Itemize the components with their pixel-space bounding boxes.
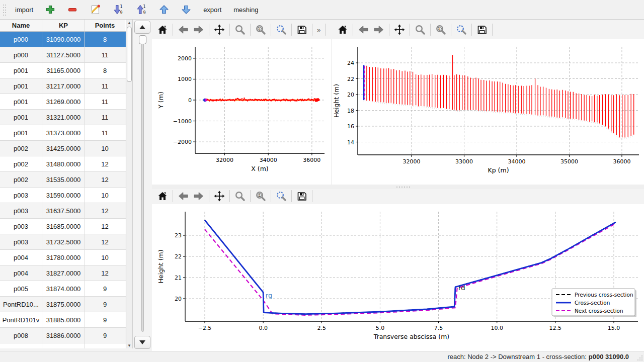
move-down-button[interactable] (177, 2, 196, 17)
meshing-button[interactable]: meshing (229, 2, 263, 17)
longitudinal-profile-plot[interactable]: 3200033000340003500036000141618202224Kp … (332, 39, 644, 185)
cell-name: PontRD101v (0, 312, 42, 327)
toolbar-separator (291, 24, 292, 36)
section-slider-handle[interactable] (139, 35, 146, 44)
table-row[interactable]: p00031090.00008 (0, 32, 126, 47)
mpl-zoom-button[interactable] (232, 22, 248, 37)
cell-points: 11 (85, 110, 125, 125)
column-header-name[interactable]: Name (0, 20, 42, 31)
plan-plot-toolbar: 1» (155, 21, 328, 39)
table-row[interactable]: PontRD101v31885.00009 (0, 312, 126, 328)
forward-icon (193, 24, 204, 35)
svg-text:0: 0 (188, 97, 192, 104)
add-button[interactable] (41, 2, 60, 17)
cell-points: 12 (85, 265, 125, 281)
table-scrollbar[interactable]: ▲ ▼ (126, 20, 133, 348)
svg-text:33000: 33000 (455, 158, 473, 165)
table-row[interactable]: p00231480.000012 (0, 156, 126, 172)
table-row[interactable]: p00231425.000010 (0, 141, 126, 156)
cell-points: 11 (85, 78, 125, 94)
splitter-handle[interactable] (396, 186, 410, 188)
column-header-kp[interactable]: KP (42, 20, 85, 31)
table-row[interactable]: p00231535.000012 (0, 172, 126, 188)
mpl-zoom-region-button[interactable]: 1 (253, 22, 268, 37)
table-row[interactable]: p00131217.000011 (0, 78, 126, 94)
previous-section-button[interactable] (134, 21, 150, 34)
table-row[interactable]: p00831929.000013 (0, 343, 126, 348)
move-up-button[interactable] (154, 2, 174, 17)
remove-button[interactable] (63, 2, 82, 17)
mpl-zoom-fit-button[interactable] (274, 22, 289, 37)
mpl-forward-button[interactable] (371, 22, 386, 37)
table-row[interactable]: p00331685.000012 (0, 219, 126, 234)
horizontal-splitter[interactable] (152, 185, 644, 189)
section-slider-track[interactable] (141, 36, 144, 332)
table-row[interactable]: p00831886.00009 (0, 328, 126, 343)
toolbar-separator (471, 24, 472, 36)
mpl-home-button[interactable] (155, 22, 170, 37)
svg-text:Next cross-section: Next cross-section (575, 308, 623, 314)
toolbar-separator (312, 24, 312, 36)
mpl-pan-button[interactable] (212, 189, 227, 204)
cell-kp: 31535.0000 (42, 172, 85, 187)
toolbar-separator (250, 190, 251, 202)
table-row[interactable]: p00031127.500011 (0, 47, 126, 63)
table-row[interactable]: p00131269.000011 (0, 94, 126, 110)
table-row[interactable]: p00331732.500012 (0, 234, 126, 250)
sort-ascending-button[interactable]: 1 9 (131, 2, 151, 17)
cell-points: 12 (85, 172, 125, 187)
table-row[interactable]: PontRD10...31875.00009 (0, 297, 126, 312)
table-row[interactable]: p00331637.500012 (0, 203, 126, 219)
mpl-forward-button[interactable] (191, 22, 206, 37)
column-header-points[interactable]: Points (85, 20, 125, 31)
mpl-save-button[interactable] (294, 189, 309, 204)
cell-points: 13 (85, 343, 125, 348)
cell-name: p003 (0, 219, 42, 234)
sort-ascending-icon: 1 9 (136, 4, 147, 15)
table-row[interactable]: p00131165.00008 (0, 63, 126, 78)
toolbar-separator (173, 190, 173, 202)
mpl-pan-button[interactable] (392, 22, 407, 37)
mpl-pan-button[interactable] (212, 22, 227, 37)
table-row[interactable]: p00531874.00009 (0, 281, 126, 297)
mpl-forward-button[interactable] (191, 189, 206, 204)
mpl-zoom-region-button[interactable]: 1 (433, 22, 448, 37)
next-section-button[interactable] (134, 336, 150, 349)
import-button[interactable]: import (11, 2, 38, 17)
mpl-zoom-fit-button[interactable] (274, 189, 289, 204)
mpl-save-button[interactable] (294, 22, 309, 37)
table-row[interactable]: p00131321.000011 (0, 110, 126, 125)
table-row[interactable]: p00331590.000010 (0, 188, 126, 203)
toolbar-overflow-button[interactable]: » (315, 26, 323, 34)
mpl-back-button[interactable] (356, 22, 371, 37)
table-row[interactable]: p00431827.000012 (0, 265, 126, 281)
scroll-up-icon[interactable]: ▲ (126, 20, 132, 26)
mpl-back-button[interactable] (176, 189, 191, 204)
toolbar-separator (250, 24, 251, 36)
table-row[interactable]: p00131373.000011 (0, 125, 126, 141)
mpl-zoom-fit-button[interactable] (454, 22, 469, 37)
mpl-save-button[interactable] (474, 22, 490, 37)
resize-grip[interactable] (636, 354, 643, 361)
plan-view-plot[interactable]: 320003400036000200010000−1000−2000X (m)Y… (152, 39, 331, 185)
edit-button[interactable] (85, 2, 105, 17)
toolbar-drag-handle[interactable] (2, 3, 7, 16)
export-button[interactable]: export (199, 2, 226, 17)
triangle-down-icon (139, 340, 145, 344)
mpl-back-button[interactable] (176, 22, 191, 37)
mpl-zoom-region-button[interactable]: 1 (253, 189, 268, 204)
sort-descending-button[interactable]: 1 9 (108, 2, 128, 17)
move-down-icon (181, 5, 191, 15)
svg-text:X (m): X (m) (251, 165, 268, 172)
cross-section-plot[interactable]: −2.50.02.55.07.510.012.515.020212223Tran… (152, 204, 644, 351)
mpl-zoom-button[interactable] (413, 22, 428, 37)
svg-text:1: 1 (439, 27, 441, 31)
mpl-zoom-button[interactable] (232, 189, 248, 204)
cell-kp: 31127.5000 (42, 47, 85, 62)
scroll-down-icon[interactable]: ▼ (126, 342, 132, 348)
mpl-home-button[interactable] (155, 189, 170, 204)
table-scrollbar-thumb[interactable] (127, 27, 132, 82)
cell-points: 9 (85, 281, 125, 296)
table-row[interactable]: p00431780.000010 (0, 250, 126, 265)
mpl-home-button[interactable] (335, 22, 350, 37)
